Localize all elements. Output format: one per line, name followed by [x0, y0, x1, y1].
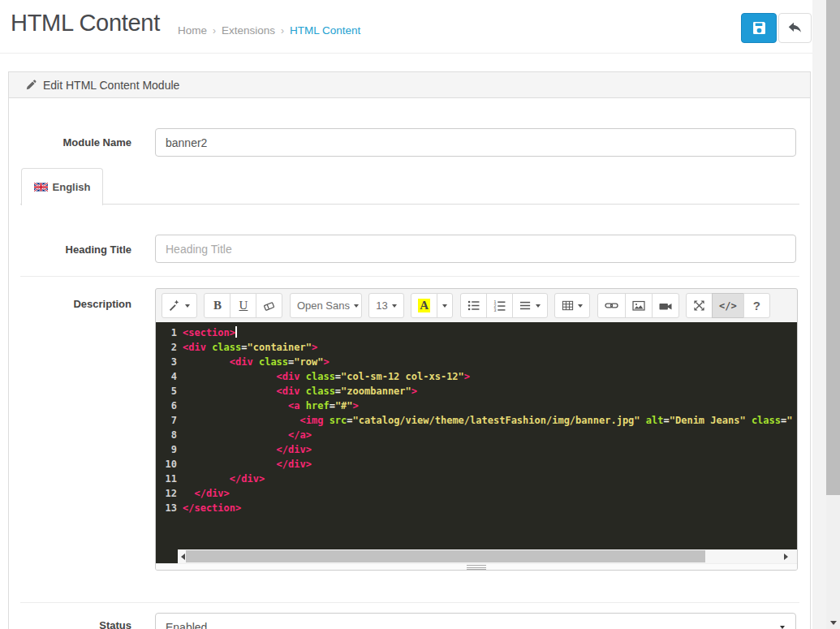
uk-flag-icon — [34, 183, 53, 192]
code-line[interactable]: </div> — [183, 472, 797, 486]
scroll-right-arrow-icon[interactable] — [781, 549, 790, 563]
codeview-button[interactable]: </> — [712, 293, 744, 318]
chevron-down-icon — [536, 304, 541, 308]
hscroll-track[interactable] — [178, 549, 797, 563]
reply-arrow-icon — [788, 22, 802, 34]
code-line[interactable]: <div class="zoombanner"> — [183, 384, 797, 399]
line-number: 10 — [156, 457, 183, 472]
code-line[interactable]: </div> — [183, 486, 797, 501]
page-title: HTML Content — [11, 10, 160, 37]
panel-heading: Edit HTML Content Module — [8, 71, 811, 98]
code-content[interactable]: <section><div class="container"> <div cl… — [183, 322, 797, 549]
table-dropdown[interactable] — [554, 293, 590, 318]
back-button[interactable] — [778, 13, 812, 43]
eraser-icon — [263, 299, 275, 312]
chevron-down-icon — [392, 304, 397, 308]
line-number: 11 — [156, 472, 183, 486]
hscroll-thumb[interactable] — [186, 550, 705, 562]
description-editor: B U Open Sans 13 — [155, 288, 798, 571]
arrows-expand-icon — [693, 299, 705, 312]
text-cursor — [235, 326, 237, 338]
video-camera-icon — [659, 299, 672, 312]
vscroll-thumb[interactable] — [826, 0, 840, 495]
svg-text:3: 3 — [493, 308, 496, 312]
chevron-down-icon — [578, 304, 583, 308]
heading-title-label: Heading Title — [16, 243, 131, 256]
line-number: 5 — [156, 384, 183, 399]
code-editor[interactable]: 12345678910111213 <section><div class="c… — [156, 322, 797, 549]
align-lines-icon — [519, 299, 532, 312]
ordered-list-icon: 123 — [493, 299, 506, 312]
editor-toolbar: B U Open Sans 13 — [156, 289, 797, 322]
line-number: 3 — [156, 355, 183, 369]
paragraph-dropdown[interactable] — [512, 293, 548, 318]
line-number: 8 — [156, 428, 183, 442]
insert-link-button[interactable] — [597, 293, 626, 318]
bold-button[interactable]: B — [204, 293, 230, 318]
code-line[interactable]: <div class="col-sm-12 col-xs-12"> — [183, 369, 797, 384]
pencil-icon — [26, 80, 43, 90]
underline-button[interactable]: U — [230, 293, 256, 318]
editor-resize-handle[interactable] — [156, 563, 797, 571]
code-line[interactable]: </div> — [183, 442, 797, 457]
save-icon — [752, 21, 766, 35]
code-line[interactable]: <div class="container"> — [183, 340, 797, 355]
breadcrumb: Home›Extensions›HTML Content — [178, 24, 360, 37]
line-number: 13 — [156, 501, 183, 515]
code-horizontal-scrollbar — [156, 549, 797, 563]
font-color-button[interactable]: A — [411, 293, 437, 318]
insert-picture-button[interactable] — [625, 293, 653, 318]
image-icon — [632, 299, 645, 312]
magic-wand-icon — [169, 299, 181, 312]
chain-link-icon — [605, 299, 618, 312]
code-line[interactable]: <img src="catalog/view/theme/latestFashi… — [183, 413, 797, 428]
code-line[interactable]: </section> — [183, 501, 797, 515]
line-number: 4 — [156, 369, 183, 384]
breadcrumb-item[interactable]: Extensions — [222, 24, 275, 37]
unordered-list-icon — [467, 299, 480, 312]
line-number: 6 — [156, 399, 183, 413]
code-line[interactable]: <div class="row"> — [183, 355, 797, 369]
form-divider-1 — [20, 276, 799, 277]
status-select[interactable]: Enabled — [155, 613, 796, 629]
html-content-module-page: HTML Content Home›Extensions›HTML Conten… — [0, 0, 840, 629]
line-number: 9 — [156, 442, 183, 457]
breadcrumb-item[interactable]: Home — [178, 24, 207, 37]
tab-border — [20, 204, 799, 205]
scroll-down-arrow-icon[interactable] — [826, 618, 840, 627]
font-family-dropdown[interactable]: Open Sans — [290, 293, 362, 318]
save-button[interactable] — [741, 13, 777, 43]
line-number: 12 — [156, 486, 183, 501]
breadcrumb-separator: › — [213, 25, 216, 37]
line-number: 2 — [156, 340, 183, 355]
panel-title: Edit HTML Content Module — [43, 79, 179, 92]
tab-english[interactable]: English — [21, 168, 103, 205]
help-button[interactable]: ? — [743, 293, 770, 318]
status-label: Status — [16, 619, 131, 629]
code-line[interactable]: </a> — [183, 428, 797, 442]
select-arrow-icon — [780, 626, 785, 629]
code-line[interactable]: <section> — [183, 325, 797, 340]
ordered-list-button[interactable]: 123 — [486, 293, 513, 318]
chevron-down-icon — [354, 304, 359, 308]
clear-format-button[interactable] — [256, 293, 282, 318]
font-color-dropdown[interactable] — [437, 293, 453, 318]
code-line[interactable]: </div> — [183, 457, 797, 472]
heading-title-input[interactable] — [155, 235, 796, 263]
style-dropdown-button[interactable] — [162, 293, 197, 318]
table-grid-icon — [562, 299, 574, 312]
tab-english-label: English — [53, 181, 91, 193]
unordered-list-button[interactable] — [460, 293, 487, 318]
fullscreen-button[interactable] — [686, 293, 713, 318]
code-line-numbers: 12345678910111213 — [156, 322, 183, 549]
module-name-input[interactable] — [155, 128, 796, 157]
status-select-value: Enabled — [166, 621, 207, 629]
insert-video-button[interactable] — [652, 293, 679, 318]
code-line[interactable]: <a href="#"> — [183, 399, 797, 413]
form-divider-2 — [20, 602, 799, 603]
breadcrumb-item[interactable]: HTML Content — [290, 24, 360, 37]
font-size-dropdown[interactable]: 13 — [368, 293, 403, 318]
chevron-down-icon — [185, 304, 190, 308]
page-vertical-scrollbar[interactable] — [826, 0, 840, 629]
module-name-label: Module Name — [16, 136, 131, 149]
